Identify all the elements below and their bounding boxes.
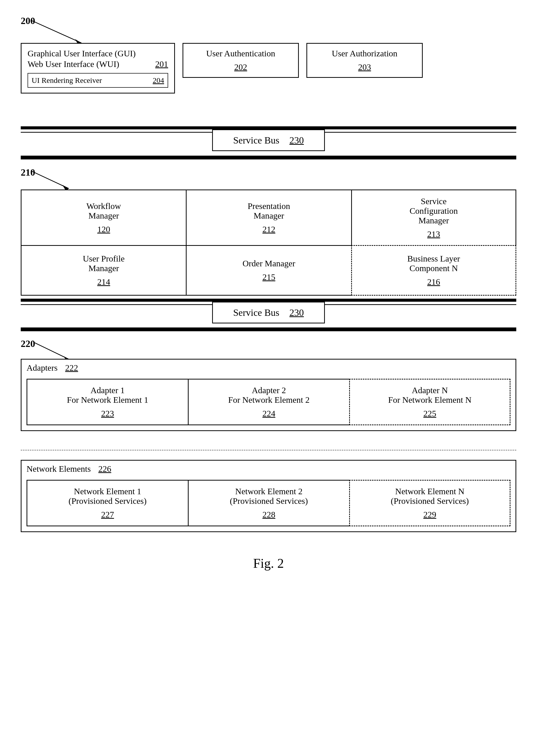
auth-num: 202 (189, 62, 292, 72)
network-section: Network Elements 226 Network Element 1 (… (21, 460, 516, 532)
service-bus-top-container: Service Bus 230 (21, 130, 516, 151)
gui-box: Graphical User Interface (GUI) Web User … (21, 43, 175, 94)
auth-box: User Authentication 202 (183, 43, 299, 78)
network-2-num: 228 (194, 510, 344, 519)
thick-line-4 (21, 328, 516, 331)
bl-num-216: 216 (427, 277, 440, 287)
thick-line-1 (21, 126, 516, 130)
network-num: 226 (98, 464, 111, 474)
bl-num-212: 212 (263, 225, 275, 234)
network-grid: Network Element 1 (Provisioned Services)… (21, 477, 516, 531)
gui-inner-box: UI Rendering Receiver 204 (27, 73, 168, 88)
auth-label: User Authentication (189, 49, 292, 58)
adapters-section: Adapters 222 Adapter 1 For Network Eleme… (21, 359, 516, 431)
adapter-n-num: 225 (355, 409, 505, 418)
bl-num-214: 214 (97, 277, 110, 287)
adapter-n-box: Adapter N For Network Element N 225 (349, 379, 511, 425)
bl-num-120: 120 (97, 225, 110, 234)
thick-line-3 (21, 299, 516, 302)
service-bus-bottom-container: Service Bus 230 (21, 302, 516, 323)
network-n-num: 229 (355, 510, 505, 519)
authz-label: User Authorization (313, 49, 416, 58)
adapters-label: Adapters (26, 363, 58, 373)
authz-box: User Authorization 203 (307, 43, 423, 78)
bl-box-order: Order Manager 215 (186, 245, 351, 296)
gui-inner-num: 204 (153, 76, 164, 85)
adapter-1-num: 223 (32, 409, 183, 418)
service-bus-top-num: 230 (289, 135, 304, 146)
business-layer-grid: Workflow Manager 120 Presentation Manage… (21, 190, 516, 296)
adapters-grid: Adapter 1 For Network Element 1 223 Adap… (21, 376, 516, 430)
adapter-1-box: Adapter 1 For Network Element 1 223 (26, 379, 188, 425)
authz-num: 203 (313, 62, 416, 72)
network-n-box: Network Element N (Provisioned Services)… (349, 480, 511, 526)
service-bus-bottom-label: Service Bus (233, 307, 279, 318)
service-bus-bottom-num: 230 (289, 307, 304, 318)
bl-num-213: 213 (427, 229, 440, 239)
service-bus-top-label: Service Bus (233, 135, 279, 146)
svg-line-0 (31, 20, 81, 43)
bl-box-workflow: Workflow Manager 120 (21, 190, 186, 245)
gui-num: 201 (155, 59, 168, 69)
network-header: Network Elements 226 (21, 461, 516, 477)
top-layer: Graphical User Interface (GUI) Web User … (21, 43, 423, 94)
bl-box-user-profile: User Profile Manager 214 (21, 245, 186, 296)
bl-box-service-config: Service Configuration Manager 213 (351, 190, 516, 245)
fig-label: Fig. 2 (21, 556, 516, 571)
adapters-header: Adapters 222 (21, 359, 516, 376)
adapter-2-box: Adapter 2 For Network Element 2 224 (188, 379, 349, 425)
gui-inner-label: UI Rendering Receiver (32, 76, 102, 85)
network-2-box: Network Element 2 (Provisioned Services)… (188, 480, 349, 526)
bl-box-presentation: Presentation Manager 212 (186, 190, 351, 245)
thick-line-2 (21, 156, 516, 160)
bl-num-215: 215 (263, 272, 275, 282)
gui-line2: Web User Interface (WUI) (27, 59, 119, 69)
network-1-num: 227 (32, 510, 183, 519)
service-bus-bottom-box: Service Bus 230 (212, 302, 325, 323)
dashed-separator (21, 450, 516, 450)
gui-line1: Graphical User Interface (GUI) (27, 49, 168, 58)
adapters-num: 222 (65, 363, 78, 373)
network-label: Network Elements (26, 464, 91, 474)
bl-box-business-layer: Business Layer Component N 216 (351, 245, 516, 296)
service-bus-top-box: Service Bus 230 (212, 130, 325, 151)
network-1-box: Network Element 1 (Provisioned Services)… (26, 480, 188, 526)
adapter-2-num: 224 (194, 409, 344, 418)
